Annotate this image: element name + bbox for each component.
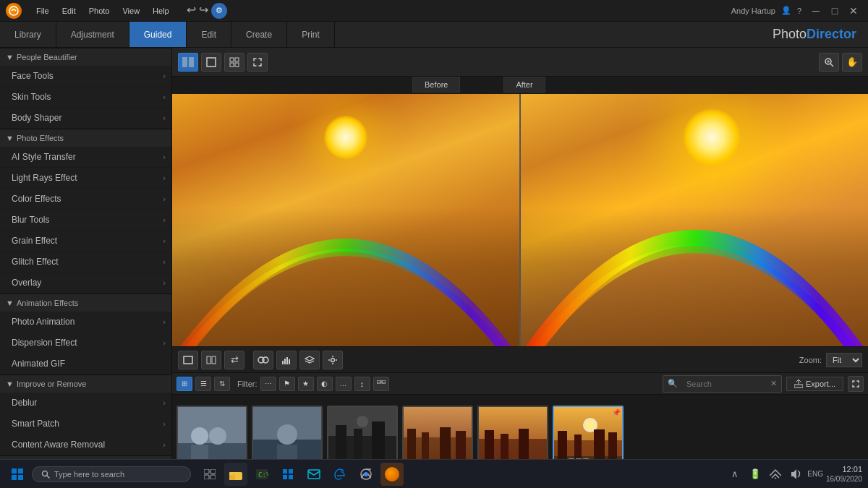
zoom-control: Zoom: Fit 25% 50% 100% 200%: [799, 353, 862, 367]
zoom-select[interactable]: Fit 25% 50% 100% 200%: [826, 353, 862, 367]
chevron-right-icon: ›: [163, 278, 166, 287]
sidebar-item-skin-tools[interactable]: Skin Tools ›: [0, 87, 171, 108]
search-clear-icon[interactable]: ✕: [770, 379, 777, 388]
taskbar-chrome[interactable]: [354, 463, 378, 486]
sidebar-item-glitch-effect[interactable]: Glitch Effect ›: [0, 252, 171, 273]
tab-create[interactable]: Create: [231, 22, 287, 47]
filter-all-button[interactable]: ⋯: [260, 377, 276, 391]
help-icon[interactable]: ?: [797, 7, 801, 15]
redo-icon[interactable]: ↪: [199, 3, 208, 19]
thumbnail-2[interactable]: [252, 406, 323, 463]
sort-button[interactable]: ↕: [354, 377, 370, 391]
start-button[interactable]: [6, 463, 29, 486]
taskbar-mail[interactable]: [302, 463, 326, 486]
zoom-in-button[interactable]: [819, 53, 839, 72]
swap-button[interactable]: ⇄: [224, 351, 244, 369]
task-view-button[interactable]: [198, 463, 221, 486]
menu-view[interactable]: View: [116, 5, 145, 17]
fit-view-button[interactable]: [178, 351, 198, 369]
sidebar-item-ai-style[interactable]: AI Style Transfer ›: [0, 147, 171, 168]
notification-icon[interactable]: ∧: [726, 465, 744, 482]
filter-color-button[interactable]: ◐: [317, 377, 333, 391]
thumbnail-1[interactable]: [176, 406, 247, 463]
sidebar-item-light-rays[interactable]: Light Rays Effect ›: [0, 168, 171, 189]
sidebar-item-smart-patch[interactable]: Smart Patch ›: [0, 414, 171, 435]
split-view-button[interactable]: [201, 351, 221, 369]
sun-glow: [324, 116, 367, 159]
title-bar: File Edit Photo View Help ↩ ↪ ⚙ Andy Har…: [0, 0, 868, 22]
svg-rect-67: [18, 475, 23, 480]
sidebar-item-grain-effect[interactable]: Grain Effect ›: [0, 231, 171, 252]
sidebar-item-overlay[interactable]: Overlay ›: [0, 273, 171, 294]
sidebar-item-deblur[interactable]: Deblur ›: [0, 393, 171, 414]
sidebar-item-animated-gif[interactable]: Animated GIF: [0, 354, 171, 374]
section-photo-effects[interactable]: ▼ Photo Effects: [0, 129, 171, 147]
menu-bar: File Edit Photo View Help: [30, 5, 175, 17]
section-animation-effects[interactable]: ▼ Animation Effects: [0, 294, 171, 312]
histogram-button[interactable]: [276, 351, 297, 369]
compare-split-button[interactable]: [178, 53, 198, 72]
menu-edit[interactable]: Edit: [56, 5, 82, 17]
sidebar-item-body-shaper[interactable]: Body Shaper ›: [0, 108, 171, 129]
fullscreen-button[interactable]: [247, 53, 268, 72]
settings-icon[interactable]: ⚙: [211, 3, 227, 19]
thumbnail-5[interactable]: [477, 406, 548, 463]
filter-flag-button[interactable]: ⚑: [279, 377, 295, 391]
menu-photo[interactable]: Photo: [83, 5, 116, 17]
network-icon[interactable]: [767, 465, 784, 482]
toolbar-right: ✋: [819, 53, 862, 72]
expand-button[interactable]: [848, 376, 864, 392]
settings2-button[interactable]: [323, 351, 343, 369]
close-button[interactable]: ✕: [845, 3, 862, 19]
compare-circle-button[interactable]: [253, 351, 273, 369]
minimize-button[interactable]: ─: [807, 3, 825, 19]
maximize-button[interactable]: □: [826, 3, 843, 19]
filmstrip-list-button[interactable]: ☰: [195, 377, 211, 391]
grid-view-button[interactable]: [224, 53, 244, 72]
tab-guided[interactable]: Guided: [129, 22, 187, 47]
icon-view-button[interactable]: [373, 377, 389, 391]
menu-help[interactable]: Help: [147, 5, 175, 17]
filter-more-button[interactable]: …: [336, 377, 352, 391]
tab-print[interactable]: Print: [287, 22, 335, 47]
tab-library[interactable]: Library: [0, 22, 56, 47]
filter-star-button[interactable]: ★: [298, 377, 314, 391]
search-input[interactable]: [681, 377, 767, 390]
undo-icon[interactable]: ↩: [187, 3, 196, 19]
svg-rect-71: [210, 469, 216, 474]
sidebar-item-face-tools[interactable]: Face Tools ›: [0, 66, 171, 87]
tab-adjustment[interactable]: Adjustment: [56, 22, 129, 47]
battery-icon: 🔋: [746, 465, 764, 482]
sidebar-item-color-effects[interactable]: Color Effects ›: [0, 189, 171, 210]
taskbar-middle: C:\: [198, 463, 404, 486]
taskbar-photodirector[interactable]: [380, 463, 404, 486]
svg-rect-37: [336, 425, 346, 462]
filmstrip-sort-button[interactable]: ⇅: [214, 377, 230, 391]
layers-button[interactable]: [299, 351, 320, 369]
export-button[interactable]: Export...: [786, 377, 843, 391]
system-clock[interactable]: 12:01 16/09/2020: [826, 464, 862, 484]
taskbar-terminal[interactable]: C:\: [250, 463, 273, 486]
thumbnail-6-selected[interactable]: 📌: [553, 406, 624, 463]
hand-tool-button[interactable]: ✋: [842, 53, 862, 72]
volume-icon[interactable]: [787, 465, 804, 482]
section-improve-remove[interactable]: ▼ Improve or Remove: [0, 374, 171, 393]
taskbar-search[interactable]: Type here to search: [32, 466, 191, 482]
tab-edit[interactable]: Edit: [187, 22, 231, 47]
taskbar-store[interactable]: [276, 463, 299, 486]
titlebar-left: File Edit Photo View Help ↩ ↪ ⚙: [6, 3, 227, 19]
single-view-button[interactable]: [201, 53, 221, 72]
filmstrip-grid-button[interactable]: ⊞: [176, 377, 192, 391]
sidebar-item-dispersion-effect[interactable]: Dispersion Effect ›: [0, 333, 171, 354]
taskbar-edge[interactable]: [328, 463, 352, 486]
svg-line-69: [47, 475, 50, 478]
taskbar-explorer[interactable]: [224, 463, 247, 486]
sidebar-item-photo-animation[interactable]: Photo Animation ›: [0, 312, 171, 333]
sidebar-item-blur-tools[interactable]: Blur Tools ›: [0, 210, 171, 231]
thumbnail-3[interactable]: [327, 406, 398, 463]
section-people-beautifier[interactable]: ▼ People Beautifier: [0, 48, 171, 66]
sidebar-item-content-aware[interactable]: Content Aware Removal ›: [0, 435, 171, 455]
menu-file[interactable]: File: [30, 5, 55, 17]
titlebar-right: Andy Hartup 👤 ? ─ □ ✕: [731, 3, 862, 19]
thumbnail-4[interactable]: [402, 406, 473, 463]
